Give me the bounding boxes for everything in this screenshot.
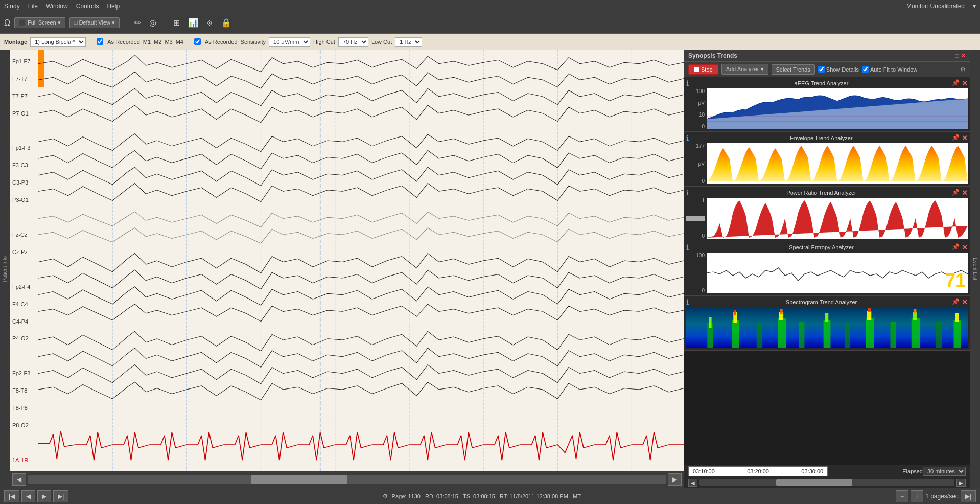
timeline-marker-3: 03:30:00 (801, 468, 823, 474)
select-trends-button[interactable]: Select Trends (772, 64, 815, 75)
as-recorded-check-1[interactable] (97, 38, 103, 45)
settings-synopsis-icon[interactable]: ⚙ (960, 66, 966, 73)
stop-button[interactable]: Stop (688, 64, 718, 75)
menu-file[interactable]: File (28, 3, 38, 10)
chart-icon[interactable]: 📊 (186, 17, 200, 29)
synopsis-scroll-thumb[interactable] (776, 479, 853, 486)
power-ratio-close-icon[interactable]: ✕ (962, 189, 968, 197)
power-ratio-ymin: 0 (702, 233, 705, 239)
eeg-waves[interactable] (38, 50, 684, 471)
settings-icon[interactable]: ⚙ (204, 18, 215, 28)
spectral-entropy-actions: 📌 ✕ (952, 243, 968, 251)
eeg-display[interactable]: Fp1-F7 F7-T7 T7-P7 P7-O1 Fp1-F3 F3-C3 C3… (10, 50, 684, 471)
close-synopsis-icon[interactable]: ✕ (961, 52, 966, 59)
scroll-left-btn[interactable]: ◀ (12, 473, 26, 486)
auto-fit-checkbox-label[interactable]: Auto Fit to Window (862, 66, 917, 73)
spectral-entropy-pin-icon[interactable]: 📌 (952, 243, 960, 251)
channel-gap5 (10, 438, 38, 448)
aeeg-info-icon[interactable]: ℹ (686, 79, 689, 87)
stop-label: Stop (701, 66, 713, 73)
envelope-info-icon[interactable]: ℹ (686, 134, 689, 142)
restore-icon[interactable]: □ (955, 52, 959, 59)
spectrogram-pin-icon[interactable]: 📌 (952, 298, 960, 306)
envelope-chart (707, 143, 968, 184)
channel-labels: Fp1-F7 F7-T7 T7-P7 P7-O1 Fp1-F3 F3-C3 C3… (10, 50, 38, 471)
menu-help[interactable]: Help (107, 3, 120, 10)
pencil-icon[interactable]: ✏ (132, 17, 143, 29)
aeeg-panel: ℹ aEEG Trend Analyzer 📌 ✕ 100 μV 10 0 (684, 77, 970, 132)
synopsis-scroll-left[interactable]: ◀ (688, 479, 697, 487)
spectrogram-panel: ℹ Spectrogram Trend Analyzer 📌 ✕ 70 μV² … (684, 296, 970, 351)
envelope-ymin: 0 (702, 178, 705, 184)
eeg-scroll-track[interactable] (28, 475, 666, 484)
power-ratio-slider[interactable] (686, 216, 705, 221)
channel-fp2f4: Fp2-F4 (10, 282, 38, 292)
settings-bottom-icon[interactable]: ⚙ (383, 493, 388, 499)
lock-icon[interactable]: 🔒 (219, 17, 234, 29)
nav-prev-btn[interactable]: ◀ (21, 490, 35, 502)
scroll-right-btn[interactable]: ▶ (668, 473, 682, 486)
spectrogram-close-icon[interactable]: ✕ (962, 298, 968, 306)
power-ratio-pin-icon[interactable]: 📌 (952, 189, 960, 197)
power-ratio-info-icon[interactable]: ℹ (686, 189, 689, 197)
montage-select[interactable]: 1) Long Bipolar* (30, 37, 86, 47)
nav-next-btn[interactable]: ▶| (53, 490, 68, 502)
menubar: Study File Window Controls Help Monitor:… (0, 0, 980, 12)
svg-rect-20 (709, 317, 712, 328)
spectral-entropy-info-icon[interactable]: ℹ (686, 243, 689, 251)
toolbar: Ω ⬛ Full Screen ▾ □ Default View ▾ ✏ ◎ ⊞… (0, 12, 980, 34)
add-analyzer-button[interactable]: Add Analyzer ▾ (721, 64, 768, 75)
nav-end-btn[interactable]: ▶| (961, 490, 976, 502)
as-recorded-check-2[interactable] (194, 38, 201, 45)
spectral-entropy-title: Spectral Entropy Analyzer (691, 244, 952, 250)
channel-czpz: Cz-Pz (10, 247, 38, 257)
auto-fit-checkbox[interactable] (862, 66, 869, 73)
menu-study[interactable]: Study (4, 3, 20, 10)
as-recorded-label-2: As Recorded (205, 39, 238, 45)
synopsis-scroll-track[interactable] (699, 479, 954, 486)
spectrogram-info-icon[interactable]: ℹ (686, 298, 689, 306)
elapsed-select[interactable]: 30 minutes (923, 467, 966, 476)
sensitivity-select[interactable]: 10 μV/mm (269, 37, 310, 47)
bottom-info: ⚙ Page: 1130 RD: 03:08:15 TS: 03:08:15 R… (383, 493, 582, 499)
highcut-select[interactable]: 70 Hz (338, 37, 368, 47)
synopsis-scrollbar[interactable]: ◀ ▶ (684, 477, 970, 488)
channel-fzcz: Fz-Cz (10, 230, 38, 240)
channel-c3p3: C3-P3 (10, 177, 38, 188)
show-details-checkbox[interactable] (818, 66, 825, 73)
sensitivity-label: Sensitivity (241, 39, 266, 45)
separator (91, 37, 91, 47)
eeg-scrollbar[interactable]: ◀ ▶ (10, 471, 684, 488)
channel-t7p7: T7-P7 (10, 91, 38, 101)
minimize-icon[interactable]: ─ (949, 52, 954, 59)
zoom-out-btn[interactable]: − (896, 490, 908, 502)
eeg-scroll-thumb[interactable] (251, 475, 347, 484)
spectrogram-title: Spectrogram Trend Analyzer (691, 299, 952, 305)
spectrogram-chart (686, 307, 968, 348)
synopsis-scroll-right[interactable]: ▶ (956, 479, 966, 487)
montage-bar: Montage 1) Long Bipolar* As Recorded M1 … (0, 34, 980, 50)
menu-window[interactable]: Window (46, 3, 68, 10)
spectral-entropy-chart-row: 100 0 71 (686, 253, 968, 293)
aeeg-pin-icon[interactable]: 📌 (952, 79, 960, 87)
envelope-pin-icon[interactable]: 📌 (952, 134, 960, 142)
nav-first-btn[interactable]: |◀ (4, 490, 19, 502)
defaultview-button[interactable]: □ Default View ▾ (69, 17, 120, 28)
lowcut-select[interactable]: 1 Hz (395, 37, 422, 47)
envelope-close-icon[interactable]: ✕ (962, 134, 968, 142)
copy-icon[interactable]: ⊞ (171, 17, 182, 29)
spectral-entropy-close-icon[interactable]: ✕ (962, 243, 968, 251)
aeeg-chart-row: 100 μV 10 0 (686, 88, 968, 129)
menu-controls[interactable]: Controls (76, 3, 99, 10)
fullscreen-button[interactable]: ⬛ Full Screen ▾ (14, 17, 65, 28)
circle-icon[interactable]: ◎ (147, 17, 158, 29)
rd-label: RD: (425, 493, 435, 499)
nav-play-btn[interactable]: ▶ (37, 490, 51, 502)
aeeg-close-icon[interactable]: ✕ (962, 79, 968, 87)
channel-f4c4: F4-C4 (10, 299, 38, 309)
channel-t8p8: T8-P8 (10, 403, 38, 413)
show-details-checkbox-label[interactable]: Show Details (818, 66, 859, 73)
channel-p3o1: P3-O1 (10, 195, 38, 205)
monitor-dropdown[interactable]: ▾ (973, 3, 976, 10)
zoom-in-btn[interactable]: + (911, 490, 923, 502)
